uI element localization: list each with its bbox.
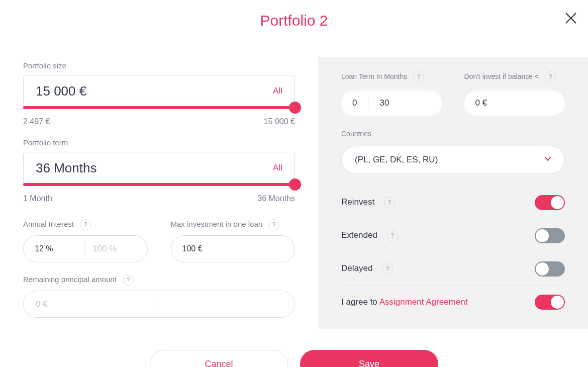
remaining-principal-label: Remaining principal amount ? bbox=[23, 274, 295, 286]
loan-term-min: 0 bbox=[352, 98, 357, 108]
portfolio-term-slider[interactable] bbox=[23, 183, 295, 187]
loan-term-label: Loan Term In Months ? bbox=[341, 71, 442, 82]
portfolio-term-value: 36 Months bbox=[36, 160, 96, 176]
help-icon[interactable]: ? bbox=[384, 197, 395, 208]
help-icon[interactable]: ? bbox=[80, 219, 91, 230]
delayed-label: Delayed bbox=[341, 263, 372, 273]
annual-interest-input[interactable]: 12 % 100 % bbox=[23, 235, 148, 262]
help-icon[interactable]: ? bbox=[545, 71, 556, 82]
max-investment-value: 100 € bbox=[182, 244, 203, 253]
close-icon[interactable] bbox=[564, 11, 578, 25]
dont-invest-value: 0 € bbox=[475, 98, 487, 108]
remaining-principal-input[interactable] bbox=[23, 291, 295, 318]
portfolio-size-min: 2 497 € bbox=[23, 117, 50, 126]
max-investment-input[interactable]: 100 € bbox=[171, 235, 296, 262]
annual-interest-min: 12 % bbox=[35, 244, 78, 253]
countries-value: (PL, GE, DK, ES, RU) bbox=[355, 155, 438, 165]
portfolio-size-slider[interactable] bbox=[23, 106, 295, 110]
help-icon[interactable]: ? bbox=[413, 71, 424, 82]
portfolio-size-all-link[interactable]: All bbox=[273, 86, 282, 96]
portfolio-size-label: Portfolio size bbox=[23, 61, 295, 70]
portfolio-term-label: Portfolio term bbox=[23, 138, 295, 147]
extended-label: Extended bbox=[341, 230, 377, 240]
reinvest-label: Reinvest bbox=[341, 197, 374, 207]
portfolio-size-max: 15 000 € bbox=[264, 117, 295, 126]
portfolio-term-max: 36 Months bbox=[257, 194, 295, 203]
portfolio-size-box[interactable]: 15 000 € All bbox=[23, 75, 295, 107]
annual-interest-label: Annual Interest ? bbox=[23, 219, 148, 230]
dont-invest-label: Don't invest if balance < ? bbox=[464, 71, 565, 82]
annual-interest-max-placeholder: 100 % bbox=[92, 244, 136, 254]
help-icon[interactable]: ? bbox=[387, 230, 398, 241]
chevron-down-icon bbox=[544, 155, 551, 165]
portfolio-term-all-link[interactable]: All bbox=[273, 163, 282, 173]
remaining-principal-min-input[interactable] bbox=[35, 299, 152, 310]
help-icon[interactable]: ? bbox=[268, 219, 279, 230]
extended-toggle[interactable] bbox=[535, 228, 565, 243]
countries-label: Countries bbox=[341, 130, 565, 138]
save-button[interactable]: Save bbox=[300, 350, 438, 367]
portfolio-term-min: 1 Month bbox=[23, 194, 52, 203]
assignment-agreement-link[interactable]: Assignment Agreement bbox=[379, 297, 468, 307]
remaining-principal-max-input[interactable] bbox=[166, 299, 283, 310]
countries-select[interactable]: (PL, GE, DK, ES, RU) bbox=[341, 146, 565, 174]
slider-handle-icon[interactable] bbox=[289, 102, 301, 114]
portfolio-size-value: 15 000 € bbox=[36, 83, 86, 99]
loan-term-input[interactable]: 0 30 bbox=[341, 90, 442, 116]
reinvest-toggle[interactable] bbox=[535, 195, 565, 210]
delayed-toggle[interactable] bbox=[535, 261, 565, 277]
page-title: Portfolio 2 bbox=[0, 12, 588, 29]
agree-prefix: I agree to bbox=[341, 297, 379, 307]
help-icon[interactable]: ? bbox=[123, 274, 134, 286]
max-investment-label: Max investment in one loan ? bbox=[171, 219, 296, 230]
dont-invest-input[interactable]: 0 € bbox=[464, 90, 565, 116]
loan-term-max: 30 bbox=[379, 98, 389, 108]
slider-handle-icon[interactable] bbox=[289, 178, 301, 191]
help-icon[interactable]: ? bbox=[382, 263, 393, 274]
portfolio-term-box[interactable]: 36 Months All bbox=[23, 152, 295, 184]
agree-toggle[interactable] bbox=[535, 295, 565, 310]
cancel-button[interactable]: Cancel bbox=[150, 350, 288, 367]
